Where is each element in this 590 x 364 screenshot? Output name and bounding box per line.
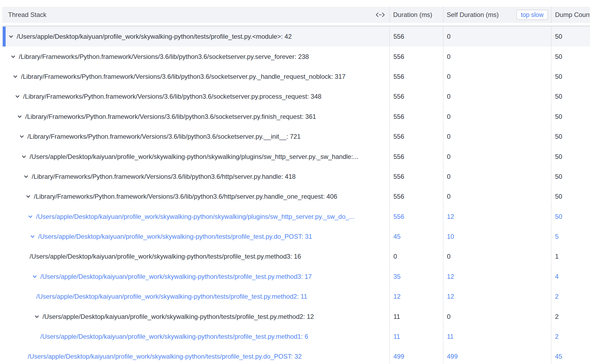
dump-count-cell: 45 [551,347,590,364]
table-row[interactable]: /Library/Frameworks/Python.framework/Ver… [2,47,590,66]
dump-count-cell: 1 [551,247,590,266]
table-row[interactable]: /Library/Frameworks/Python.framework/Ver… [2,127,590,147]
stack-cell: /Library/Frameworks/Python.framework/Ver… [2,167,389,187]
chevron-down-icon[interactable] [30,234,35,240]
duration-cell: 499 [389,347,443,364]
table-row[interactable]: /Users/apple/Desktop/kaiyuan/profile_wor… [2,306,590,326]
table-row[interactable]: /Library/Frameworks/Python.framework/Ver… [2,107,590,127]
stack-frame-text: /Library/Frameworks/Python.framework/Ver… [34,193,337,200]
dump-count-cell: 2 [551,327,590,347]
duration-cell: 556 [389,47,443,66]
column-resize-icon[interactable] [375,12,385,18]
duration-cell: 12 [389,287,443,306]
thread-stack-table: Thread Stack Duration (ms) Self Duration… [2,7,590,364]
stack-frame-text: /Library/Frameworks/Python.framework/Ver… [32,173,296,180]
duration-cell: 0 [389,247,443,266]
self-duration-cell: 0 [443,167,551,187]
stack-frame-text: /Library/Frameworks/Python.framework/Ver… [23,93,321,100]
duration-cell: 556 [389,67,443,87]
dump-count-cell: 50 [551,47,590,66]
table-row[interactable]: /Library/Frameworks/Python.framework/Ver… [2,67,590,87]
stack-frame-text: /Library/Frameworks/Python.framework/Ver… [19,53,309,60]
stack-frame-text: /Users/apple/Desktop/kaiyuan/profile_wor… [36,293,307,300]
dump-count-cell: 50 [551,167,590,187]
stack-frame-text: /Library/Frameworks/Python.framework/Ver… [21,73,346,80]
chevron-down-icon[interactable] [15,94,20,99]
chevron-down-icon[interactable] [32,274,38,280]
dump-count-cell: 50 [551,67,590,87]
duration-cell: 556 [389,187,443,206]
dump-count-cell: 5 [551,227,590,247]
self-duration-cell: 0 [443,27,551,47]
self-duration-cell: 11 [443,327,551,347]
stack-cell: /Library/Frameworks/Python.framework/Ver… [2,127,389,147]
table-row[interactable]: /Users/apple/Desktop/kaiyuan/profile_wor… [2,347,590,364]
stack-cell: /Library/Frameworks/Python.framework/Ver… [2,87,389,106]
duration-cell: 556 [389,27,443,47]
table-row[interactable]: /Users/apple/Desktop/kaiyuan/profile_wor… [2,327,590,347]
self-duration-cell: 12 [443,207,551,227]
column-header-thread-stack: Thread Stack [2,7,389,23]
column-header-duration: Duration (ms) [389,7,443,23]
self-duration-cell: 0 [443,127,551,147]
chevron-down-icon[interactable] [25,194,31,199]
chevron-down-icon[interactable] [10,54,16,60]
dump-count-cell: 50 [551,127,590,147]
chevron-down-icon[interactable] [19,134,25,140]
self-duration-cell: 0 [443,67,551,87]
column-header-self-duration-label: Self Duration (ms) [447,11,499,19]
dump-count-cell: 50 [551,187,590,206]
stack-cell: /Users/apple/Desktop/kaiyuan/profile_wor… [2,247,389,266]
stack-frame-text: /Users/apple/Desktop/kaiyuan/profile_wor… [30,253,301,260]
stack-frame-text: /Library/Frameworks/Python.framework/Ver… [25,113,316,120]
table-row[interactable]: /Users/apple/Desktop/kaiyuan/profile_wor… [2,207,590,227]
column-header-self-duration: Self Duration (ms) top slow [443,7,551,23]
top-slow-button[interactable]: top slow [516,10,548,20]
duration-cell: 556 [389,107,443,127]
dump-count-cell: 50 [551,27,590,47]
stack-cell: /Library/Frameworks/Python.framework/Ver… [2,187,389,206]
stack-cell: /Users/apple/Desktop/kaiyuan/profile_wor… [2,287,389,306]
duration-cell: 45 [389,227,443,247]
dump-count-cell: 50 [551,207,590,227]
table-row[interactable]: /Library/Frameworks/Python.framework/Ver… [2,187,590,206]
stack-frame-text: /Users/apple/Desktop/kaiyuan/profile_wor… [30,153,358,160]
self-duration-cell: 0 [443,187,551,206]
table-row[interactable]: /Library/Frameworks/Python.framework/Ver… [2,87,590,106]
stack-cell: /Users/apple/Desktop/kaiyuan/profile_wor… [2,227,389,247]
stack-cell: /Library/Frameworks/Python.framework/Ver… [2,107,389,127]
self-duration-cell: 499 [443,347,551,364]
self-duration-cell: 0 [443,107,551,127]
self-duration-cell: 12 [443,267,551,287]
stack-cell: /Users/apple/Desktop/kaiyuan/profile_wor… [2,27,389,47]
stack-cell: /Users/apple/Desktop/kaiyuan/profile_wor… [2,207,389,227]
table-row[interactable]: /Library/Frameworks/Python.framework/Ver… [2,167,590,187]
chevron-down-icon[interactable] [23,174,29,180]
self-duration-cell: 0 [443,147,551,166]
chevron-down-icon[interactable] [27,214,33,220]
table-row[interactable]: /Users/apple/Desktop/kaiyuan/profile_wor… [2,227,590,247]
duration-cell: 11 [389,306,443,326]
dump-count-cell: 2 [551,287,590,306]
chevron-down-icon[interactable] [21,154,27,160]
table-row[interactable]: /Users/apple/Desktop/kaiyuan/profile_wor… [2,287,590,306]
stack-cell: /Users/apple/Desktop/kaiyuan/profile_wor… [2,306,389,326]
column-header-duration-label: Duration (ms) [393,11,432,19]
chevron-down-icon[interactable] [8,34,14,40]
self-duration-cell: 0 [443,47,551,66]
dump-count-cell: 50 [551,107,590,127]
stack-frame-text: /Users/apple/Desktop/kaiyuan/profile_wor… [36,213,354,220]
chevron-down-icon[interactable] [34,314,40,320]
table-row[interactable]: /Users/apple/Desktop/kaiyuan/profile_wor… [2,147,590,166]
chevron-down-icon[interactable] [17,114,23,120]
selected-row-indicator [3,27,6,47]
stack-cell: /Users/apple/Desktop/kaiyuan/profile_wor… [2,347,389,364]
table-row[interactable]: /Users/apple/Desktop/kaiyuan/profile_wor… [2,247,590,266]
duration-cell: 556 [389,87,443,106]
chevron-down-icon[interactable] [12,74,18,80]
duration-cell: 556 [389,167,443,187]
table-row[interactable]: /Users/apple/Desktop/kaiyuan/profile_wor… [2,27,590,47]
table-row[interactable]: /Users/apple/Desktop/kaiyuan/profile_wor… [2,267,590,287]
self-duration-cell: 10 [443,227,551,247]
stack-frame-text: /Users/apple/Desktop/kaiyuan/profile_wor… [17,33,292,40]
